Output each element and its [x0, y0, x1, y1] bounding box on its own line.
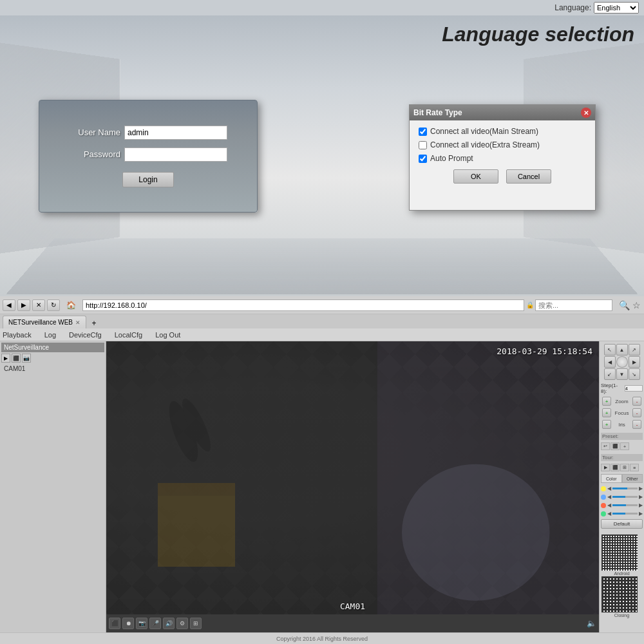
perspective-floor	[6, 238, 638, 294]
hue-slider[interactable]	[612, 513, 638, 515]
video-feed	[106, 341, 599, 614]
option3-checkbox[interactable]	[419, 155, 427, 163]
sidebar-ctrl-3[interactable]: 📷	[22, 354, 31, 363]
zoom-out-button[interactable]: -	[632, 397, 641, 406]
sidebar-header: NetSurveillance	[1, 343, 104, 352]
ptz-down-left[interactable]: ↙	[604, 368, 616, 380]
menu-logout[interactable]: Log Out	[155, 331, 180, 339]
ptz-up[interactable]: ▲	[616, 344, 628, 355]
zoom-row: + Zoom -	[601, 397, 643, 406]
menu-playback[interactable]: Playback	[3, 331, 32, 339]
ptz-up-right[interactable]: ↗	[629, 344, 640, 355]
ok-button[interactable]: OK	[453, 169, 498, 184]
focus-in-button[interactable]: +	[602, 408, 611, 417]
login-button[interactable]: Login	[122, 172, 174, 187]
dialog-close-button[interactable]: ✕	[581, 108, 591, 118]
password-label: Password	[69, 149, 120, 159]
app-name: NetSurveillance	[4, 344, 49, 351]
ptz-left[interactable]: ◀	[604, 356, 616, 368]
focus-out-button[interactable]: -	[632, 408, 641, 417]
footer: Copyright 2016 All Rights Reserved	[0, 632, 644, 644]
zoom-in-button[interactable]: +	[602, 397, 611, 406]
vc-grid-btn[interactable]: ⊞	[190, 618, 202, 629]
hue-left[interactable]: ◀	[607, 511, 611, 516]
ptz-down-right[interactable]: ↘	[629, 368, 640, 380]
vc-record-btn[interactable]: ⏺	[122, 618, 134, 629]
iris-label: Iris	[618, 422, 625, 428]
cam-list-item[interactable]: CAM01	[1, 364, 104, 374]
language-select[interactable]: English Chinese Japanese	[594, 2, 639, 14]
ptz-center[interactable]	[616, 356, 628, 368]
contrast-left[interactable]: ◀	[607, 494, 611, 500]
vc-talk-btn[interactable]: 🎤	[149, 618, 161, 629]
iris-out-button[interactable]: -	[632, 420, 641, 429]
brightness-right[interactable]: ▶	[639, 486, 643, 491]
username-input[interactable]	[124, 126, 227, 140]
tour-btn-1[interactable]: ▶	[601, 464, 610, 471]
ptz-down[interactable]: ▼	[616, 368, 628, 380]
color-tabs: Color Other	[601, 474, 643, 483]
preset-btn-3[interactable]: +	[620, 442, 629, 450]
password-input[interactable]	[124, 147, 227, 162]
saturation-left[interactable]: ◀	[607, 502, 611, 508]
vc-snapshot-btn[interactable]: 📷	[136, 618, 147, 629]
address-bar[interactable]	[82, 299, 524, 311]
color-tab[interactable]: Color	[601, 474, 622, 483]
contrast-right[interactable]: ▶	[639, 494, 643, 500]
vc-stop-btn[interactable]: ⬛	[109, 618, 120, 629]
tab-close-icon[interactable]: ✕	[75, 319, 80, 326]
cancel-button[interactable]: Cancel	[506, 169, 551, 184]
step-input[interactable]	[625, 385, 643, 392]
forward-button[interactable]: ▶	[17, 299, 30, 311]
qr-pattern-1	[601, 535, 638, 571]
iris-in-button[interactable]: +	[602, 420, 611, 429]
hue-icon	[601, 511, 606, 516]
back-button[interactable]: ◀	[3, 299, 15, 311]
preset-btn-2[interactable]: ⬛	[611, 442, 620, 450]
qr-label-1: Android	[601, 571, 643, 576]
tour-label: Tour:	[601, 454, 643, 461]
tour-btn-4[interactable]: ≡	[630, 464, 639, 471]
brightness-slider[interactable]	[612, 488, 638, 489]
active-tab[interactable]: NETSurveillance WEB ✕	[3, 316, 86, 328]
star-icon[interactable]: ☆	[631, 300, 641, 310]
ptz-up-left[interactable]: ↖	[604, 344, 616, 355]
vc-audio-btn[interactable]: 🔊	[163, 618, 175, 629]
menu-localcfg[interactable]: LocalCfg	[115, 331, 142, 339]
other-tab[interactable]: Other	[622, 474, 643, 483]
volume-icon: 🔈	[587, 619, 596, 628]
qr-code-1	[601, 534, 638, 571]
menu-devicecfg[interactable]: DeviceCfg	[69, 331, 102, 339]
vc-settings-btn[interactable]: ⚙	[176, 618, 188, 629]
brightness-row: ◀ ▶	[601, 486, 643, 491]
search-input[interactable]	[535, 299, 612, 311]
tour-btn-2[interactable]: ⬛	[611, 464, 620, 471]
new-tab-button[interactable]: +	[89, 318, 99, 328]
brightness-left[interactable]: ◀	[607, 486, 611, 491]
option1-checkbox[interactable]	[419, 128, 427, 136]
sidebar-ctrl-2[interactable]: ⬛	[12, 354, 21, 363]
sidebar-ctrl-1[interactable]: ▶	[1, 354, 10, 363]
option2-label: Connect all video(Extra Stream)	[430, 140, 540, 149]
dialog-buttons: OK Cancel	[419, 169, 586, 184]
page-title: Language selection	[442, 23, 634, 46]
option2-checkbox[interactable]	[419, 141, 427, 149]
saturation-slider[interactable]	[612, 504, 638, 506]
step-row: Step(1-8):	[601, 383, 643, 394]
preset-btn-1[interactable]: ↩	[601, 442, 610, 450]
tour-btn-3[interactable]: ⊞	[620, 464, 629, 471]
language-bar: Language: English Chinese Japanese	[0, 0, 644, 15]
dialog-titlebar: Bit Rate Type ✕	[410, 105, 595, 120]
login-window: User Name Password Login	[39, 100, 258, 213]
menu-log[interactable]: Log	[44, 331, 56, 339]
svg-point-7	[402, 464, 550, 601]
saturation-right[interactable]: ▶	[639, 502, 643, 508]
qr-code-2	[601, 576, 638, 613]
ptz-right[interactable]: ▶	[629, 356, 640, 368]
contrast-slider[interactable]	[612, 496, 638, 498]
refresh-button[interactable]: ↻	[47, 299, 60, 311]
search-icon[interactable]: 🔍	[619, 300, 629, 310]
default-button[interactable]: Default	[601, 519, 643, 529]
hue-right[interactable]: ▶	[639, 511, 643, 516]
stop-button[interactable]: ✕	[32, 299, 45, 311]
